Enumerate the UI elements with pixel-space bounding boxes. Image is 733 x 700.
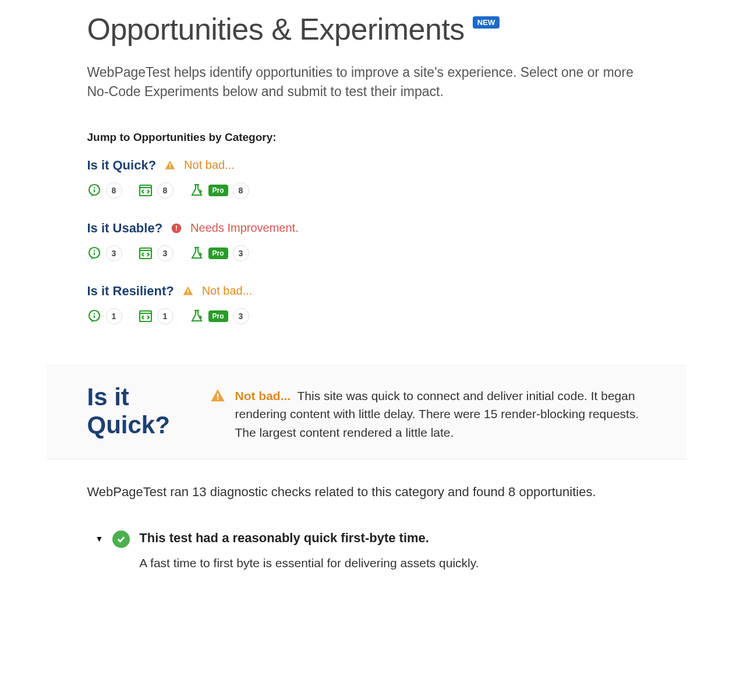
flask-icon <box>190 246 204 260</box>
check-subtitle: A fast time to first byte is essential f… <box>139 556 646 570</box>
flask-icon <box>190 183 204 197</box>
warning-triangle-icon <box>182 285 194 297</box>
tips-count: 8 <box>106 182 122 199</box>
code-count: 1 <box>157 308 173 324</box>
svg-rect-21 <box>187 289 189 292</box>
category-resilient: Is it Resilient? Not bad... 1 1 Pro 3 <box>87 284 646 324</box>
svg-rect-0 <box>169 163 171 166</box>
svg-point-8 <box>196 186 197 187</box>
pro-badge: Pro <box>208 185 228 196</box>
svg-point-3 <box>93 187 95 189</box>
category-quick: Is it Quick? Not bad... 8 8 Pro 8 <box>87 158 646 199</box>
jump-label: Jump to Opportunities by Category: <box>87 131 646 144</box>
status-text: Needs Improvement. <box>190 221 299 235</box>
alert-circle-icon <box>171 222 182 234</box>
svg-point-20 <box>197 248 198 249</box>
svg-rect-26 <box>140 311 151 321</box>
check-item[interactable]: ▼ This test had a reasonably quick first… <box>87 531 646 570</box>
diagnostic-summary: WebPageTest ran 13 diagnostic checks rel… <box>87 483 646 501</box>
warning-triangle-icon <box>210 388 226 404</box>
info-bubble-icon <box>87 183 101 197</box>
tips-pill[interactable]: 8 <box>87 182 122 199</box>
category-link-usable[interactable]: Is it Usable? <box>87 221 163 236</box>
svg-point-30 <box>197 310 198 312</box>
svg-rect-31 <box>217 393 218 397</box>
pro-count: 3 <box>233 245 249 261</box>
status-text: Not bad... <box>202 284 253 298</box>
code-count: 3 <box>157 245 173 261</box>
svg-rect-1 <box>169 167 171 168</box>
svg-point-24 <box>93 313 95 314</box>
pro-badge: Pro <box>208 310 228 322</box>
svg-point-9 <box>197 185 198 186</box>
category-link-resilient[interactable]: Is it Resilient? <box>87 284 174 299</box>
code-window-icon <box>139 309 153 323</box>
pro-pill[interactable]: Pro 8 <box>190 182 249 199</box>
svg-rect-12 <box>176 229 177 231</box>
tips-count: 1 <box>106 308 122 324</box>
code-window-icon <box>139 246 153 260</box>
svg-rect-5 <box>140 185 151 196</box>
section-quick-detail: Is it Quick? Not bad... This site was qu… <box>47 365 687 460</box>
svg-point-29 <box>196 312 197 313</box>
flask-icon <box>190 309 204 323</box>
info-bubble-icon <box>87 246 101 260</box>
svg-rect-32 <box>217 398 218 400</box>
tips-count: 3 <box>106 245 122 261</box>
code-pill[interactable]: 1 <box>139 308 173 324</box>
intro-text: WebPageTest helps identify opportunities… <box>87 63 646 102</box>
svg-rect-11 <box>176 225 177 229</box>
page-header: Opportunities & Experiments NEW <box>87 12 646 47</box>
section-description: Not bad... This site was quick to connec… <box>235 387 646 442</box>
check-title: This test had a reasonably quick first-b… <box>139 531 646 546</box>
pro-badge: Pro <box>208 248 228 259</box>
code-count: 8 <box>157 182 173 199</box>
code-pill[interactable]: 8 <box>139 182 173 199</box>
category-usable: Is it Usable? Needs Improvement. 3 3 Pro… <box>87 221 646 261</box>
section-desc-text: This site was quick to connect and deliv… <box>235 389 639 439</box>
svg-rect-16 <box>140 248 151 259</box>
category-link-quick[interactable]: Is it Quick? <box>87 158 157 173</box>
pro-count: 3 <box>233 308 249 324</box>
svg-point-19 <box>196 249 197 250</box>
svg-rect-22 <box>187 293 189 294</box>
tips-pill[interactable]: 1 <box>87 308 122 324</box>
pro-pill[interactable]: Pro 3 <box>190 308 249 324</box>
new-badge: NEW <box>473 16 500 29</box>
warning-triangle-icon <box>164 160 176 171</box>
checkmark-circle-icon <box>112 531 130 548</box>
tips-pill[interactable]: 3 <box>87 245 122 261</box>
section-lead: Not bad... <box>235 389 291 402</box>
page-title: Opportunities & Experiments <box>87 12 465 47</box>
info-bubble-icon <box>87 309 101 323</box>
pro-count: 8 <box>233 182 249 199</box>
svg-point-14 <box>93 250 95 252</box>
caret-down-icon: ▼ <box>95 534 104 543</box>
status-text: Not bad... <box>184 158 235 172</box>
pro-pill[interactable]: Pro 3 <box>190 245 249 261</box>
code-pill[interactable]: 3 <box>139 245 173 261</box>
code-window-icon <box>139 183 153 197</box>
section-title: Is it Quick? <box>87 383 192 440</box>
